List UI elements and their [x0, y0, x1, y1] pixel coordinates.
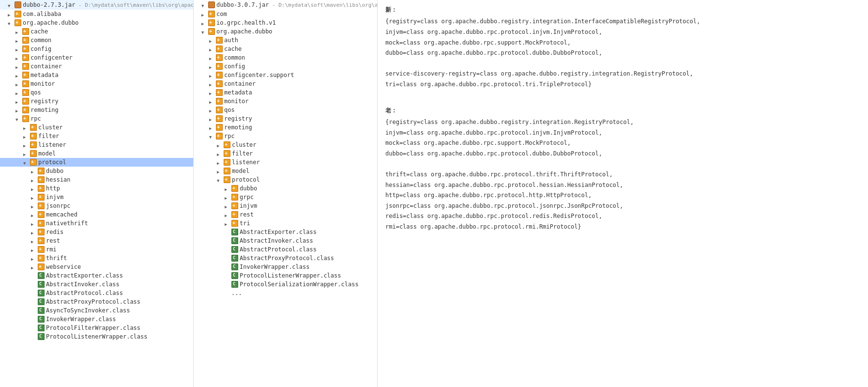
tree-item-filter[interactable]: filter — [0, 132, 193, 140]
tree-item-monitor[interactable]: monitor — [0, 79, 193, 88]
tree-item-model2[interactable]: model — [194, 167, 377, 175]
tree-item-metadata2[interactable]: metadata — [194, 88, 377, 97]
tree-item-model[interactable]: model — [0, 149, 193, 158]
class-icon — [231, 246, 238, 253]
pkg-icon — [208, 11, 215, 17]
chevron — [23, 159, 29, 165]
tree-item-registry2[interactable]: registry — [194, 114, 377, 123]
left-pane: dubbo-2.7.3.jar - D:\mydata\soft\maven\l… — [0, 0, 194, 387]
tree-item-config[interactable]: config — [0, 45, 193, 53]
tree-item-ProtocolListenerWrapper-class[interactable]: ProtocolListenerWrapper.class — [0, 332, 193, 341]
tree-item-AbstractInvoker-class[interactable]: AbstractInvoker.class — [0, 280, 193, 289]
chevron — [201, 11, 207, 17]
tree-item-ProtocolFilterWrapper-class[interactable]: ProtocolFilterWrapper.class — [0, 324, 193, 332]
chevron — [217, 177, 223, 183]
chevron — [209, 124, 215, 130]
tree-item-grpc2[interactable]: grpc — [194, 193, 377, 201]
pkg-icon — [22, 98, 29, 105]
chevron — [217, 151, 223, 156]
tree-item-org-apache-dubbo[interactable]: org.apache.dubbo — [0, 18, 193, 27]
tree-item-registry[interactable]: registry — [0, 97, 193, 106]
tree-item-rmi[interactable]: rmi — [0, 245, 193, 254]
tree-item-protocol2[interactable]: protocol — [194, 175, 377, 184]
pkg-icon — [231, 185, 238, 192]
tree-item-common[interactable]: common — [0, 36, 193, 45]
tree-item-dubbo2-sub[interactable]: dubbo — [194, 184, 377, 193]
pkg-icon — [38, 246, 45, 253]
tree-item-AbstractProtocol2-class[interactable]: AbstractProtocol.class — [194, 245, 377, 254]
tree-item-AbstractExporter-class[interactable]: AbstractExporter.class — [0, 271, 193, 280]
chevron — [15, 81, 21, 87]
tree-item-webservice[interactable]: webservice — [0, 263, 193, 271]
tree-item-rpc[interactable]: rpc — [0, 114, 193, 123]
tree-item-org-apache-dubbo2[interactable]: org.apache.dubbo — [194, 27, 377, 36]
tree-item-AbstractProxyProtocol-class[interactable]: AbstractProxyProtocol.class — [0, 297, 193, 306]
tree-item-configcenter[interactable]: configcenter — [0, 53, 193, 62]
tree-item-jsonrpc[interactable]: jsonrpc — [0, 201, 193, 210]
tree-item-InvokerWrapper-class[interactable]: InvokerWrapper.class — [0, 315, 193, 324]
tree-item-qos2[interactable]: qos — [194, 106, 377, 114]
tree-item-remoting[interactable]: remoting — [0, 106, 193, 114]
pkg-icon — [224, 141, 230, 148]
jar-icon — [208, 1, 215, 8]
left-jar-header[interactable]: dubbo-2.7.3.jar - D:\mydata\soft\maven\l… — [0, 0, 193, 10]
tree-item-more[interactable]: ... — [194, 289, 377, 297]
tree-item-InvokerWrapper2-class[interactable]: InvokerWrapper.class — [194, 263, 377, 271]
tree-item-AbstractProtocol-class[interactable]: AbstractProtocol.class — [0, 289, 193, 297]
chevron — [31, 281, 37, 287]
tree-item-AsyncToSyncInvoker-class[interactable]: AsyncToSyncInvoker.class — [0, 306, 193, 315]
tree-item-metadata[interactable]: metadata — [0, 71, 193, 79]
tree-item-container2[interactable]: container — [194, 79, 377, 88]
tree-item-cache[interactable]: cache — [0, 27, 193, 36]
tree-item-cluster[interactable]: cluster — [0, 123, 193, 132]
chevron — [225, 203, 230, 209]
tree-item-http[interactable]: http — [0, 184, 193, 193]
tree-item-com-alibaba[interactable]: com.alibaba — [0, 10, 193, 18]
tree-item-injvm2[interactable]: injvm — [194, 201, 377, 210]
tree-item-monitor2[interactable]: monitor — [194, 97, 377, 106]
right-pane: 新： {registry=class org.apache.dubbo.regi… — [378, 0, 868, 387]
tree-item-AbstractExporter2-class[interactable]: AbstractExporter.class — [194, 228, 377, 236]
middle-jar-header[interactable]: dubbo-3.0.7.jar - D:\mydata\soft\maven\l… — [194, 0, 377, 10]
tree-item-filter2[interactable]: filter — [194, 149, 377, 158]
tree-item-ProtocolSerializationWrapper-class[interactable]: ProtocolSerializationWrapper.class — [194, 280, 377, 289]
tree-item-ProtocolListenerWrapper2-class[interactable]: ProtocolListenerWrapper.class — [194, 271, 377, 280]
tree-item-common2[interactable]: common — [194, 53, 377, 62]
tree-item-container[interactable]: container — [0, 62, 193, 71]
pkg-icon — [224, 150, 230, 157]
pkg-icon — [216, 133, 223, 139]
tree-item-listener2[interactable]: listener — [194, 158, 377, 167]
tree-item-listener[interactable]: listener — [0, 140, 193, 149]
tree-item-io-grpc[interactable]: io.grpc.health.v1 — [194, 18, 377, 27]
tree-item-com[interactable]: com — [194, 10, 377, 18]
tree-item-remoting2[interactable]: remoting — [194, 123, 377, 132]
tree-item-cluster2[interactable]: cluster — [194, 140, 377, 149]
tree-item-memcached[interactable]: memcached — [0, 210, 193, 219]
chevron — [31, 264, 37, 270]
tree-item-injvm[interactable]: injvm — [0, 193, 193, 201]
tree-item-auth[interactable]: auth — [194, 36, 377, 45]
tree-item-nativethrift[interactable]: nativethrift — [0, 219, 193, 228]
chevron — [8, 20, 14, 26]
tree-item-redis[interactable]: redis — [0, 228, 193, 236]
tree-item-AbstractProxyProtocol2-class[interactable]: AbstractProxyProtocol.class — [194, 254, 377, 263]
tree-item-thrift[interactable]: thrift — [0, 254, 193, 263]
tree-item-config2[interactable]: config — [194, 62, 377, 71]
tree-item-AbstractInvoker2-class[interactable]: AbstractInvoker.class — [194, 236, 377, 245]
tree-item-cache2[interactable]: cache — [194, 45, 377, 53]
tree-item-configcenter-support[interactable]: configcenter.support — [194, 71, 377, 79]
tree-item-rest2[interactable]: rest — [194, 210, 377, 219]
pkg-icon — [30, 124, 37, 131]
tree-item-tri2[interactable]: tri — [194, 219, 377, 228]
tree-item-qos[interactable]: qos — [0, 88, 193, 97]
chevron — [15, 98, 21, 104]
chevron — [31, 308, 37, 313]
tree-item-hessian[interactable]: hessian — [0, 175, 193, 184]
tree-item-rpc2[interactable]: rpc — [194, 132, 377, 140]
pkg-icon — [231, 202, 238, 209]
class-icon — [38, 272, 45, 279]
tree-item-protocol[interactable]: protocol — [0, 158, 193, 167]
tree-item-rest[interactable]: rest — [0, 236, 193, 245]
chevron — [209, 37, 215, 43]
tree-item-dubbo-sub[interactable]: dubbo — [0, 167, 193, 175]
